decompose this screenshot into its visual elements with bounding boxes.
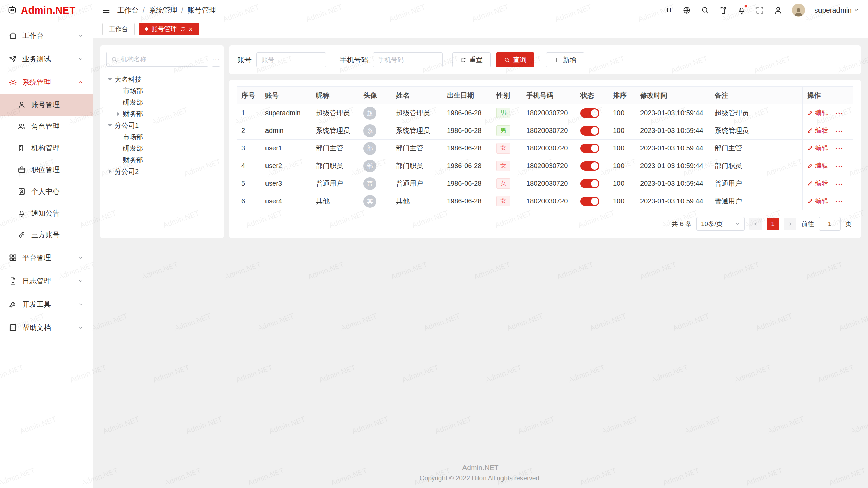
theme-icon[interactable] [719,6,728,15]
globe-icon[interactable] [682,6,691,15]
page-size-value: 10条/页 [701,220,723,228]
user-icon[interactable] [774,6,783,15]
tree-node-company[interactable]: 大名科技 [106,74,218,85]
tree-node-dept[interactable]: 财务部 [106,108,218,120]
pencil-icon [807,180,813,186]
hamburger-menu-icon[interactable] [102,6,111,15]
org-search-input[interactable] [121,56,204,63]
tree-node-label: 财务部 [123,156,143,165]
edit-button[interactable]: 编辑 [807,179,828,188]
chevron-left-icon [753,221,758,227]
status-toggle[interactable] [580,144,599,153]
sidebar-item-help-docs[interactable]: 帮助文档 [0,316,93,339]
row-more-button[interactable]: ··· [835,163,843,170]
reset-button[interactable]: 重置 [452,52,491,67]
cell-index: 6 [237,192,260,210]
prev-page-button[interactable] [749,218,762,230]
status-toggle[interactable] [580,108,599,118]
col-actions: 操作 [802,87,853,104]
page-number[interactable]: 1 [767,218,779,230]
account-input[interactable] [256,52,326,67]
breadcrumb-item[interactable]: 工作台 [117,5,139,15]
edit-button[interactable]: 编辑 [807,161,828,170]
cell-remark: 普通用户 [710,192,802,210]
cell-actions: 编辑 ··· [802,104,853,122]
sidebar-item-account-management[interactable]: 账号管理 [0,94,93,116]
search-button[interactable]: 查询 [496,52,534,67]
row-more-button[interactable]: ··· [835,110,843,117]
breadcrumb-item[interactable]: 系统管理 [149,5,177,15]
sidebar-item-label: 角色管理 [31,122,60,131]
sidebar-item-third-party-account[interactable]: 三方账号 [0,224,93,246]
row-more-button[interactable]: ··· [835,145,843,152]
caret-right-icon[interactable] [106,168,113,175]
edit-button[interactable]: 编辑 [807,197,828,205]
phone-input[interactable] [373,52,443,67]
tab-workbench[interactable]: 工作台 [102,23,135,35]
search-icon[interactable] [701,6,709,15]
fullscreen-icon[interactable] [755,6,764,15]
goto-label: 前往 [801,220,814,228]
font-size-icon[interactable]: Tt [664,6,673,15]
next-page-button[interactable] [784,218,796,230]
org-more-button[interactable]: ··· [212,52,220,67]
status-toggle[interactable] [580,179,599,188]
tree-node-company[interactable]: 分公司1 [106,120,218,131]
cell-phone: 18020030720 [521,104,576,122]
row-more-button[interactable]: ··· [835,127,843,135]
edit-button[interactable]: 编辑 [807,108,828,117]
goto-page-input[interactable] [819,217,841,231]
cell-nickname: 普通用户 [311,175,359,192]
cell-order: 100 [608,122,635,140]
status-toggle[interactable] [580,161,599,171]
close-icon[interactable]: × [189,26,193,33]
sidebar-item-platform-management[interactable]: 平台管理 [0,246,93,269]
app-root: Admin.NET 工作台 业务测试 系统管理 账号管理 [0,0,868,488]
notification-bell-icon[interactable] [737,6,746,15]
caret-down-icon[interactable] [106,76,113,83]
sidebar-item-notice[interactable]: 通知公告 [0,202,93,224]
cell-avatar: 超 [359,104,391,122]
sidebar-item-system-management[interactable]: 系统管理 [0,70,93,94]
tab-account-management[interactable]: 账号管理 × [139,23,199,35]
footer-copyright: Copyright © 2022 Dilon All rights reserv… [93,474,868,482]
sidebar-item-workbench[interactable]: 工作台 [0,24,93,47]
topbar: 工作台 / 系统管理 / 账号管理 Tt [93,0,868,20]
sidebar-submenu-system: 账号管理 角色管理 机构管理 职位管理 个人中心 [0,94,93,246]
page-size-select[interactable]: 10条/页 [696,217,745,231]
sidebar-item-business-test[interactable]: 业务测试 [0,47,93,70]
cell-nickname: 系统管理员 [311,122,359,140]
edit-button[interactable]: 编辑 [807,126,828,135]
user-menu[interactable]: superadmin [814,6,859,14]
tree-node-company[interactable]: 分公司2 [106,166,218,177]
cell-status [576,122,608,140]
tree-node-dept[interactable]: 市场部 [106,85,218,97]
tree-node-dept[interactable]: 研发部 [106,97,218,108]
edit-button[interactable]: 编辑 [807,144,828,152]
sidebar-item-org-management[interactable]: 机构管理 [0,137,93,159]
sidebar-item-position-management[interactable]: 职位管理 [0,159,93,181]
sidebar-item-dev-tools[interactable]: 开发工具 [0,292,93,316]
sidebar-item-log-management[interactable]: 日志管理 [0,269,93,292]
row-more-button[interactable]: ··· [835,180,843,188]
avatar[interactable] [792,4,805,17]
status-toggle[interactable] [580,197,599,206]
refresh-icon[interactable] [180,26,185,32]
col-gender: 性别 [492,87,521,104]
sidebar-item-role-management[interactable]: 角色管理 [0,116,93,137]
cell-order: 100 [608,175,635,192]
tree-node-dept[interactable]: 财务部 [106,154,218,166]
search-icon [111,56,118,63]
tree-node-dept[interactable]: 市场部 [106,131,218,143]
pencil-icon [807,163,813,169]
tree-node-dept[interactable]: 研发部 [106,143,218,154]
notification-badge [744,5,747,8]
col-birthday: 出生日期 [442,87,492,104]
row-more-button[interactable]: ··· [835,198,843,205]
sidebar-item-personal-center[interactable]: 个人中心 [0,181,93,202]
caret-down-icon[interactable] [106,122,113,129]
caret-right-icon[interactable] [115,110,121,117]
cell-actions: 编辑 ··· [802,192,853,210]
status-toggle[interactable] [580,126,599,136]
add-button[interactable]: 新增 [546,52,584,67]
